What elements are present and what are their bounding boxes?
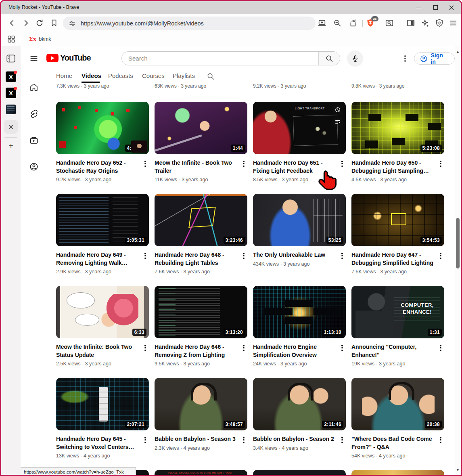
video-card[interactable]: LIGHT TRANSPORT Handmade Hero Day 651 - … xyxy=(253,102,346,194)
video-title[interactable]: Handmade Hero Day 650 - Debugging Light … xyxy=(351,159,435,175)
video-title[interactable]: Handmade Hero Day 651 - Fixing Light Fee… xyxy=(253,159,336,175)
video-options-icon[interactable] xyxy=(142,435,149,444)
video-options-icon[interactable] xyxy=(240,435,247,444)
video-thumbnail[interactable]: PLEASE, CHOOSE A CARD TO DRAW THE COST F… xyxy=(155,470,247,475)
video-title[interactable]: "Where Does Bad Code Come From?" - Q&A xyxy=(351,435,435,451)
apps-grid-icon[interactable] xyxy=(7,35,16,44)
video-thumbnail[interactable]: 3:13:20 xyxy=(155,286,247,338)
bookmark-icon[interactable] xyxy=(50,19,59,27)
video-card[interactable]: 3:05:31 Handmade Hero Day 649 - Removing… xyxy=(56,194,149,286)
video-card[interactable]: COMPUTER, ENHANCE! 1:31 Announcing "Comp… xyxy=(351,286,444,378)
sign-in-button[interactable]: Sign in xyxy=(414,52,455,65)
video-title[interactable]: Babble on Babylon - Season 2 xyxy=(253,435,336,443)
scroll-down-icon[interactable]: ▼ xyxy=(455,468,461,472)
header-options-icon[interactable] xyxy=(401,54,409,63)
video-card[interactable]: 53:25 The Only Unbreakable Law 434K view… xyxy=(253,194,346,286)
video-options-icon[interactable] xyxy=(339,435,346,444)
voice-search-button[interactable] xyxy=(347,50,363,67)
video-card[interactable]: 1:44 Meow the Infinite - Book Two Traile… xyxy=(155,102,247,194)
send-to-device-icon[interactable] xyxy=(318,19,326,27)
video-thumbnail[interactable]: 53:25 xyxy=(253,194,346,246)
brave-shield-icon[interactable]: 26 xyxy=(366,19,375,27)
scroll-up-icon[interactable]: ▲ xyxy=(455,49,461,54)
video-title[interactable]: Handmade Hero Day 652 - Stochastic Ray O… xyxy=(56,159,139,175)
video-options-icon[interactable] xyxy=(339,159,346,168)
video-options-icon[interactable] xyxy=(437,251,444,260)
vpn-shield-icon[interactable] xyxy=(435,19,444,27)
search-button[interactable] xyxy=(318,52,340,65)
video-options-icon[interactable] xyxy=(339,343,346,352)
video-thumbnail[interactable]: 4:18:13 xyxy=(56,102,149,154)
active-tab-close-button[interactable] xyxy=(4,120,18,134)
video-title[interactable]: Handmade Hero Day 646 - Removing Z from … xyxy=(155,343,238,359)
video-title[interactable]: Handmade Hero Day 645 - Switching to Vox… xyxy=(56,435,139,451)
tab-favicon-image[interactable] xyxy=(6,105,16,114)
guide-you-icon[interactable] xyxy=(29,162,39,172)
tab-favicon-x[interactable]: X xyxy=(6,88,16,98)
search-input[interactable] xyxy=(122,52,318,65)
video-thumbnail[interactable]: 20:38 xyxy=(351,378,444,430)
video-title[interactable]: Handmade Hero Day 648 - Rebuilding Light… xyxy=(155,251,238,267)
video-card[interactable]: 2:11:46 Babble on Babylon - Season 2 3.4… xyxy=(253,378,346,470)
forward-icon[interactable] xyxy=(21,19,30,27)
video-title[interactable]: Meow the Infinite - Book Two Trailer xyxy=(155,159,238,175)
video-thumbnail[interactable]: 3:05:31 xyxy=(56,194,149,246)
add-to-queue-icon[interactable] xyxy=(333,117,343,127)
video-thumbnail[interactable]: 6:33 xyxy=(56,286,149,338)
video-card[interactable]: 2:07:21 Handmade Hero Day 645 - Switchin… xyxy=(56,378,149,470)
url-text[interactable]: https://www.youtube.com/@MollyRocket/vid… xyxy=(81,20,204,27)
youtube-logo[interactable]: YouTube xyxy=(46,53,91,63)
video-thumbnail[interactable]: LIGHT TRANSPORT xyxy=(253,102,346,154)
search-bar[interactable] xyxy=(121,51,340,65)
video-card[interactable]: 3:23:46 Handmade Hero Day 648 - Rebuildi… xyxy=(155,194,247,286)
video-card[interactable]: 20:38 "Where Does Bad Code Come From?" -… xyxy=(351,378,444,470)
maximize-button[interactable] xyxy=(427,1,444,14)
video-thumbnail[interactable] xyxy=(253,470,346,475)
video-options-icon[interactable] xyxy=(437,159,444,168)
video-thumbnail[interactable]: 2:11:46 xyxy=(253,378,346,430)
site-settings-icon[interactable] xyxy=(69,20,76,27)
tab-home[interactable]: Home xyxy=(56,72,72,79)
tab-playlists[interactable]: Playlists xyxy=(173,72,195,79)
video-card[interactable]: 1:13:10 Handmade Hero Engine Simplificat… xyxy=(253,286,346,378)
back-icon[interactable] xyxy=(8,19,17,27)
tab-videos[interactable]: Videos xyxy=(82,72,101,79)
video-options-icon[interactable] xyxy=(142,159,149,168)
video-card[interactable]: 3:54:53 Handmade Hero Day 647 - Debuggin… xyxy=(351,194,444,286)
tab-favicon-x[interactable]: X xyxy=(6,71,16,82)
video-title[interactable]: Handmade Hero Day 647 - Debugging Simpli… xyxy=(351,251,435,267)
share-icon[interactable] xyxy=(348,19,357,27)
close-button[interactable] xyxy=(443,1,460,14)
video-options-icon[interactable] xyxy=(437,343,444,352)
video-card[interactable]: 4:18:13 Handmade Hero Day 652 - Stochast… xyxy=(56,102,149,194)
video-thumbnail[interactable]: 3:54:53 xyxy=(351,194,444,246)
video-title[interactable]: Handmade Hero Engine Simplification Over… xyxy=(253,343,336,359)
video-options-icon[interactable] xyxy=(240,159,247,168)
reload-icon[interactable] xyxy=(35,19,44,27)
video-card[interactable]: 6:33 Meow the Infinite: Book Two Status … xyxy=(56,286,149,378)
watch-later-icon[interactable] xyxy=(333,105,343,115)
video-options-icon[interactable] xyxy=(240,251,247,260)
new-tab-button[interactable]: + xyxy=(6,140,16,151)
video-title[interactable]: Announcing "Computer, Enhance!" xyxy=(351,343,435,359)
tab-courses[interactable]: Courses xyxy=(142,72,165,79)
video-thumbnail[interactable]: 5:23:08 xyxy=(351,102,444,154)
url-bar[interactable]: https://www.youtube.com/@MollyRocket/vid… xyxy=(63,17,316,30)
page-scrollbar[interactable]: ▲ ▼ xyxy=(455,46,461,475)
guide-subscriptions-icon[interactable] xyxy=(29,135,39,145)
video-title[interactable]: Babble on Babylon - Season 3 xyxy=(155,435,238,443)
video-thumbnail[interactable] xyxy=(351,470,444,475)
sidebar-toggle-icon[interactable] xyxy=(6,53,16,64)
video-title[interactable]: Meow the Infinite: Book Two Status Updat… xyxy=(56,343,139,359)
video-card[interactable]: 3:13:20 Handmade Hero Day 646 - Removing… xyxy=(155,286,247,378)
video-thumbnail[interactable]: COMPUTER, ENHANCE! 1:31 xyxy=(351,286,444,338)
video-thumbnail[interactable]: 3:48:57 xyxy=(155,378,247,430)
minimize-button[interactable] xyxy=(410,1,427,14)
video-options-icon[interactable] xyxy=(437,435,444,444)
video-thumbnail[interactable]: 2:07:21 xyxy=(56,378,149,430)
tab-podcasts[interactable]: Podcasts xyxy=(108,72,133,79)
video-card[interactable]: 5:23:08 Handmade Hero Day 650 - Debuggin… xyxy=(351,102,444,194)
video-title[interactable]: Handmade Hero Day 649 - Removing Lightin… xyxy=(56,251,139,267)
scrollbar-thumb[interactable] xyxy=(456,218,460,268)
video-thumbnail[interactable]: 1:44 xyxy=(155,102,247,154)
